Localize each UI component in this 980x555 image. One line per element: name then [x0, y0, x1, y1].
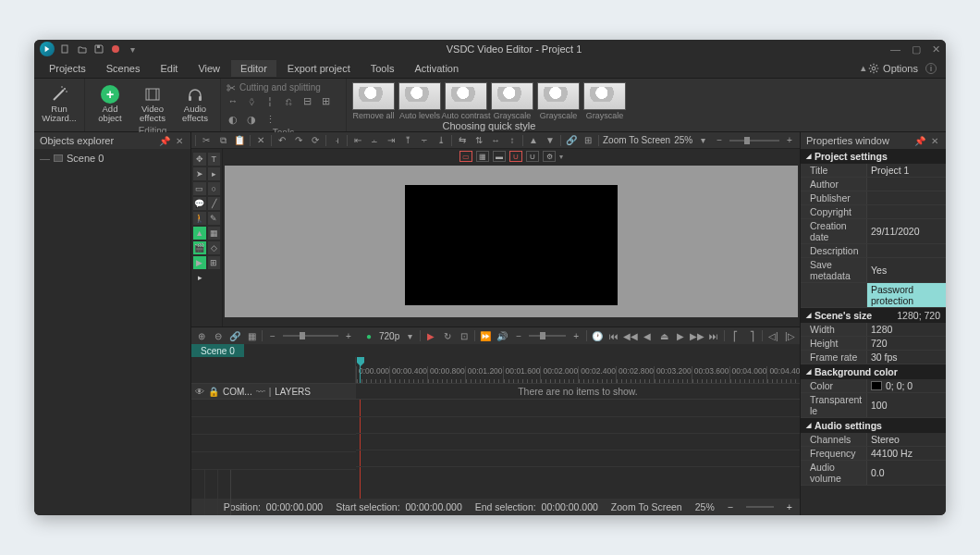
open-icon[interactable] [77, 43, 88, 55]
group-scene-size[interactable]: Scene's size1280; 720 [801, 308, 946, 323]
tool-icon[interactable]: ◑ [245, 113, 258, 126]
zoom-value[interactable]: 25% [674, 135, 692, 145]
zoom-dropdown-icon[interactable]: ▾ [696, 134, 709, 147]
res-dropdown-icon[interactable]: ▾ [403, 329, 416, 342]
collapse-ribbon-icon[interactable]: ▴ [861, 62, 866, 74]
style-grayscale-2[interactable]: Grayscale [537, 82, 580, 120]
tool-icon[interactable]: ⊞ [319, 94, 332, 107]
prop-pin-icon[interactable]: 📌 [914, 136, 925, 146]
tool-icon[interactable]: ↔ [227, 94, 239, 107]
loop-icon[interactable]: ↻ [441, 329, 454, 342]
delete-icon[interactable]: ✕ [254, 134, 267, 147]
tool-icon[interactable]: ¦ [263, 94, 276, 107]
tool-icon[interactable]: ⋮ [263, 113, 276, 126]
menu-scenes[interactable]: Scenes [97, 60, 150, 77]
playhead[interactable] [360, 357, 361, 383]
align-center-h-icon[interactable]: ⫠ [368, 134, 381, 147]
gear-sub-icon[interactable]: ⚙ [543, 151, 556, 162]
audio-tool-icon[interactable]: ▶ [193, 256, 206, 269]
line-tool-icon[interactable]: ╱ [208, 197, 221, 210]
text-tool-icon[interactable]: T [208, 153, 221, 166]
style-grayscale-1[interactable]: Grayscale [491, 82, 533, 120]
menu-editor[interactable]: Editor [231, 60, 276, 77]
move-tool-icon[interactable]: ✥ [193, 153, 206, 166]
menu-activation[interactable]: Activation [405, 60, 468, 77]
image-tool-icon[interactable]: ▲ [193, 227, 206, 240]
tool-icon[interactable]: ⎌ [282, 94, 295, 107]
zoom-in-icon[interactable]: + [783, 134, 796, 147]
align-right-icon[interactable]: ⇥ [385, 134, 398, 147]
tool-icon[interactable]: ◐ [227, 113, 239, 126]
close-button[interactable]: ✕ [932, 43, 940, 56]
menu-edit[interactable]: Edit [151, 60, 187, 77]
eye-icon[interactable]: 👁 [195, 387, 204, 397]
zoom-out-icon[interactable]: − [713, 134, 726, 147]
group-icon[interactable]: ⊞ [582, 134, 594, 147]
sprite-tool-icon[interactable]: ⊞ [208, 256, 221, 269]
help-icon[interactable]: i [925, 63, 937, 74]
group-audio-settings[interactable]: Audio settings [801, 418, 946, 433]
redo-icon[interactable]: ↷ [292, 134, 305, 147]
timeline-ruler[interactable]: 0:00.00000:00.40000:00.80000:01.20000:01… [356, 357, 800, 383]
quality-icon[interactable]: ● [362, 329, 375, 342]
style-remove-all[interactable]: Remove all [352, 82, 395, 120]
style-auto-contrast[interactable]: Auto contrast [445, 82, 487, 120]
clock-icon[interactable]: 🕐 [591, 329, 604, 342]
video-tool-icon[interactable]: 🎬 [193, 241, 206, 254]
play-icon[interactable]: ▶ [674, 329, 687, 342]
menu-tools[interactable]: Tools [361, 60, 404, 77]
pen-tool-icon[interactable]: ✎ [208, 212, 221, 225]
same-height-icon[interactable]: ↕ [506, 134, 519, 147]
video-effects-button[interactable]: Video effects [133, 82, 172, 125]
ellipse-tool-icon[interactable]: ○ [208, 182, 221, 195]
chart-tool-icon[interactable]: ▦ [208, 227, 221, 240]
audio-effects-button[interactable]: Audio effects [176, 82, 214, 125]
align-middle-icon[interactable]: ⫟ [418, 134, 431, 147]
menu-view[interactable]: View [189, 60, 229, 77]
preview-canvas[interactable] [225, 166, 798, 325]
align-bottom-icon[interactable]: ⤓ [435, 134, 447, 147]
panel-close-icon[interactable]: ✕ [174, 136, 185, 146]
undo-icon[interactable]: ↶ [276, 134, 288, 147]
status-zoom-slider[interactable] [746, 506, 774, 508]
tree-item-scene[interactable]: — Scene 0 [40, 153, 185, 164]
expand-toolbox-icon[interactable]: ▸ [193, 271, 206, 284]
layers-tab[interactable]: LAYERS [275, 387, 311, 397]
align-top-icon[interactable]: ⤒ [401, 134, 414, 147]
vol-plus-icon[interactable]: + [570, 329, 582, 342]
tl-remove-icon[interactable]: ⊖ [212, 329, 225, 342]
prop-close-icon[interactable]: ✕ [929, 136, 940, 146]
play-red-icon[interactable]: ▶ [424, 329, 437, 342]
options-button[interactable]: Options [868, 63, 918, 74]
step-back-icon[interactable]: ◀ [641, 329, 654, 342]
prev-key-icon[interactable]: ◁| [766, 329, 779, 342]
marker-icon[interactable]: ⊡ [458, 329, 471, 342]
arrow-tool-icon[interactable]: ➤ [193, 167, 206, 180]
tl-add-icon[interactable]: ⊕ [195, 329, 208, 342]
distribute-h-icon[interactable]: ⇆ [456, 134, 469, 147]
stop-icon[interactable]: ⏏ [657, 329, 670, 342]
rewind-icon[interactable]: ◀◀ [624, 329, 637, 342]
panel-pin-icon[interactable]: 📌 [159, 136, 170, 146]
speech-tool-icon[interactable]: 💬 [193, 197, 206, 210]
timeline-body[interactable] [191, 400, 800, 499]
group-bg-color[interactable]: Background color [801, 364, 946, 379]
next-key-icon[interactable]: |▷ [783, 329, 796, 342]
status-zoom-out-icon[interactable]: − [728, 501, 733, 512]
copy-icon[interactable]: ⧉ [216, 134, 229, 147]
resolution-label[interactable]: 720p [379, 331, 399, 341]
rect-tool-icon[interactable]: ▭ [193, 182, 206, 195]
compose-tab[interactable]: COM... [223, 387, 252, 397]
ff-icon[interactable]: ▶▶ [691, 329, 704, 342]
person-tool-icon[interactable]: 🚶 [193, 212, 206, 225]
mask-fill-icon[interactable]: ▬ [493, 151, 506, 162]
style-grayscale-3[interactable]: Grayscale [583, 82, 626, 120]
u2-icon[interactable]: U [526, 151, 539, 162]
align-icon[interactable]: ⫞ [330, 134, 343, 147]
same-width-icon[interactable]: ↔ [489, 134, 502, 147]
refresh-icon[interactable]: ⟳ [309, 134, 322, 147]
minimize-button[interactable]: — [890, 43, 900, 56]
timeline-tracks-area[interactable] [356, 400, 800, 499]
mark-in-icon[interactable]: ⎡ [729, 329, 741, 342]
mask-rect-icon[interactable]: ▭ [459, 151, 472, 162]
